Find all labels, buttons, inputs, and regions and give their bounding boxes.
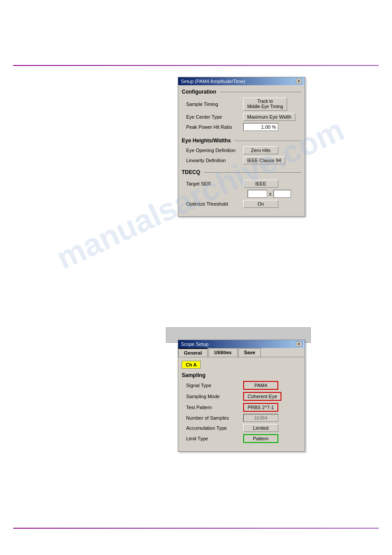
sampling-mode-row: Sampling Mode Coherent Eye (182, 392, 301, 401)
sample-timing-button[interactable]: Track toMiddle Eye Timing (243, 98, 287, 111)
target-ser-button[interactable]: IEEE (243, 180, 278, 188)
pam4-setup-dialog: Setup (PAM4 Amplitude/Time) ✕ Configurat… (178, 77, 305, 217)
eye-heights-section-header: Eye Heights/Widths (182, 138, 301, 144)
target-ser-label: Target SER (186, 181, 243, 186)
optimize-threshold-row: Optimize Threshold On (182, 200, 301, 208)
eye-center-type-label: Eye Center Type (186, 114, 243, 120)
eye-heights-section-line (234, 141, 301, 141)
limit-type-label: Limit Type (186, 436, 243, 441)
peak-power-label: Peak Power Hit Ratio (186, 124, 243, 130)
dialog1-title: Setup (PAM4 Amplitude/Time) (181, 79, 245, 84)
top-divider (13, 65, 379, 66)
num-samples-label: Number of Samples (186, 415, 243, 421)
linearity-row: Linearity Definition IEEE Clause 94 (182, 156, 301, 164)
ser-exponent-input[interactable]: E-04 (273, 190, 291, 198)
signal-type-label: Signal Type (186, 383, 243, 388)
sampling-mode-label: Sampling Mode (186, 394, 243, 399)
peak-power-input[interactable] (243, 123, 278, 131)
signal-type-row: Signal Type PAM4 (182, 381, 301, 390)
scope-tab-strip: General Utilities Save (178, 348, 305, 357)
tdecq-section-line (204, 172, 301, 173)
accumulation-type-row: Accumulation Type Limited (182, 424, 301, 432)
target-ser-row: Target SER IEEE (182, 180, 301, 188)
ser-value-row: 4.80 x E-04 (182, 190, 301, 198)
tab-utilities[interactable]: Utilities (209, 348, 237, 357)
ser-mantissa-input[interactable]: 4.80 (248, 190, 267, 198)
dialog1-titlebar: Setup (PAM4 Amplitude/Time) ✕ (178, 77, 305, 85)
optimize-threshold-label: Optimize Threshold (186, 201, 243, 207)
limit-type-row: Limit Type Pattern (182, 434, 301, 443)
sample-timing-row: Sample Timing Track toMiddle Eye Timing (182, 98, 301, 111)
dialog2-close-button[interactable]: ✕ (296, 341, 302, 347)
config-section-line (220, 92, 301, 92)
eye-opening-row: Eye Opening Definition Zero Hits (182, 146, 301, 154)
sampling-section-header: Sampling (182, 372, 301, 378)
peak-power-row: Peak Power Hit Ratio (182, 123, 301, 131)
tab-save[interactable]: Save (238, 348, 261, 357)
bottom-divider (13, 528, 379, 529)
optimize-threshold-button[interactable]: On (243, 200, 278, 208)
eye-opening-label: Eye Opening Definition (186, 148, 243, 153)
limit-type-button[interactable]: Pattern (243, 434, 278, 443)
linearity-label: Linearity Definition (186, 158, 243, 163)
num-samples-value: 16384 (243, 414, 278, 422)
accumulation-type-label: Accumulation Type (186, 425, 243, 431)
configuration-section-header: Configuration (182, 89, 301, 95)
eye-opening-button[interactable]: Zero Hits (243, 146, 278, 154)
test-pattern-label: Test Pattern (186, 405, 243, 410)
sample-timing-label: Sample Timing (186, 102, 243, 107)
ser-x-label: x (269, 191, 272, 196)
num-samples-row: Number of Samples 16384 (182, 414, 301, 422)
accumulation-type-button[interactable]: Limited (243, 424, 278, 432)
dialog2-titlebar: Scope Setup ✕ (178, 340, 305, 348)
dialog1-close-button[interactable]: ✕ (296, 79, 302, 84)
channel-a-button[interactable]: Ch A (182, 361, 201, 369)
eye-center-type-button[interactable]: Maximum Eye Width (243, 113, 295, 121)
test-pattern-button[interactable]: PRBS 2^7-1 (243, 403, 278, 412)
scope-setup-dialog: Scope Setup ✕ General Utilities Save Ch … (178, 340, 305, 452)
ser-inputs: 4.80 x E-04 (248, 190, 291, 198)
linearity-button[interactable]: IEEE Clause 94 (243, 156, 285, 164)
eye-center-type-row: Eye Center Type Maximum Eye Width (182, 113, 301, 121)
test-pattern-row: Test Pattern PRBS 2^7-1 (182, 403, 301, 412)
tab-general[interactable]: General (178, 348, 208, 357)
sampling-mode-button[interactable]: Coherent Eye (243, 392, 281, 401)
tdecq-section-header: TDECQ (182, 169, 301, 175)
dialog2-title: Scope Setup (181, 341, 209, 347)
signal-type-button[interactable]: PAM4 (243, 381, 278, 390)
